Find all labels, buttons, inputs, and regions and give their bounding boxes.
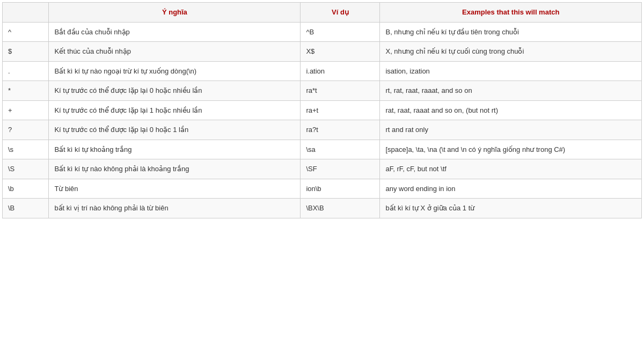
cell-match: isation, ization <box>380 61 642 81</box>
cell-symbol: * <box>3 81 49 101</box>
cell-symbol: ^ <box>3 22 49 42</box>
cell-example: \SF <box>301 159 380 179</box>
cell-match: aF, rF, cF, but not \tf <box>380 159 642 179</box>
cell-example: \BX\B <box>301 199 380 218</box>
cell-symbol: \S <box>3 159 49 179</box>
cell-example: X$ <box>301 42 380 62</box>
cell-example: ion\b <box>301 179 380 199</box>
cell-match: X, nhưng chỉ nếu kí tự cuối cùng trong c… <box>380 42 642 62</box>
regex-reference-table: Ý nghĩa Ví dụ Examples that this will ma… <box>2 2 642 218</box>
cell-example: \sa <box>301 140 380 159</box>
cell-symbol: \B <box>3 199 49 218</box>
table-row: $Kết thúc của chuỗi nhậpX$X, nhưng chỉ n… <box>3 42 642 62</box>
cell-meaning: Kết thúc của chuỗi nhập <box>49 42 301 62</box>
table-row: ?Kí tự trước có thể được lặp lại 0 hoặc … <box>3 120 642 140</box>
table-header-row: Ý nghĩa Ví dụ Examples that this will ma… <box>3 3 642 23</box>
cell-symbol: \s <box>3 140 49 159</box>
cell-meaning: Bất kì kí tự khoảng trắng <box>49 140 301 159</box>
table-row: .Bất kì kí tự nào ngoại trừ kí tự xuống … <box>3 61 642 81</box>
table-container: Ý nghĩa Ví dụ Examples that this will ma… <box>0 0 644 221</box>
cell-symbol: + <box>3 100 49 120</box>
cell-match: bất kì kí tự X ở giữa của 1 từ <box>380 199 642 218</box>
cell-example: ^B <box>301 22 380 42</box>
table-row: \bTừ biênion\bany word ending in ion <box>3 179 642 199</box>
cell-meaning: Từ biên <box>49 179 301 199</box>
table-row: ^Bắt đầu của chuỗi nhập^BB, nhưng chỉ nế… <box>3 22 642 42</box>
cell-meaning: Bất kì kí tự nào không phải là khoảng tr… <box>49 159 301 179</box>
cell-symbol: ? <box>3 120 49 140</box>
cell-symbol: . <box>3 61 49 81</box>
cell-meaning: Kí tự trước có thể được lặp lại 1 hoặc n… <box>49 100 301 120</box>
cell-match: rt and rat only <box>380 120 642 140</box>
cell-example: i.ation <box>301 61 380 81</box>
cell-meaning: Bất kì kí tự nào ngoại trừ kí tự xuống d… <box>49 61 301 81</box>
cell-example: ra?t <box>301 120 380 140</box>
table-row: \SBất kì kí tự nào không phải là khoảng … <box>3 159 642 179</box>
cell-example: ra*t <box>301 81 380 101</box>
table-row: *Kí tự trước có thể được lặp lại 0 hoặc … <box>3 81 642 101</box>
cell-meaning: Bắt đầu của chuỗi nhập <box>49 22 301 42</box>
cell-meaning: bất kì vị trí nào không phải là từ biên <box>49 199 301 218</box>
cell-example: ra+t <box>301 100 380 120</box>
cell-meaning: Kí tự trước có thể được lặp lại 0 hoặc n… <box>49 81 301 101</box>
cell-symbol: $ <box>3 42 49 62</box>
cell-match: [space]a, \ta, \na (\t and \n có ý nghĩa… <box>380 140 642 159</box>
table-row: \Bbất kì vị trí nào không phải là từ biê… <box>3 199 642 218</box>
header-symbol <box>3 3 49 23</box>
cell-symbol: \b <box>3 179 49 199</box>
cell-match: any word ending in ion <box>380 179 642 199</box>
header-example: Ví dụ <box>301 3 380 23</box>
table-row: \sBất kì kí tự khoảng trắng\sa[space]a, … <box>3 140 642 159</box>
cell-match: B, nhưng chỉ nếu kí tự đầu tiên trong ch… <box>380 22 642 42</box>
table-row: +Kí tự trước có thể được lặp lại 1 hoặc … <box>3 100 642 120</box>
cell-match: rt, rat, raat, raaat, and so on <box>380 81 642 101</box>
cell-match: rat, raat, raaat and so on, (but not rt) <box>380 100 642 120</box>
cell-meaning: Kí tự trước có thể được lặp lại 0 hoặc 1… <box>49 120 301 140</box>
header-meaning: Ý nghĩa <box>49 3 301 23</box>
header-match: Examples that this will match <box>380 3 642 23</box>
